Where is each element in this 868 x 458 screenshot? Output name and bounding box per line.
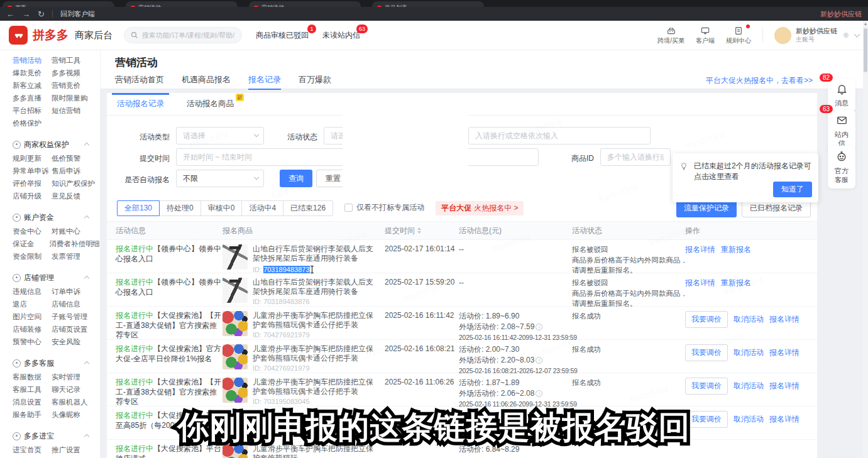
sidebar-item-店铺装修[interactable]: 店铺装修 <box>13 325 52 334</box>
back-icon[interactable]: ← <box>6 10 14 18</box>
sidebar-item-知识产权保护[interactable]: 知识产权保护 <box>52 179 95 188</box>
got-it-button[interactable]: 知道了 <box>773 182 812 197</box>
sidebar-item-客服工具[interactable]: 客服工具 <box>13 385 52 395</box>
quick-link-phone[interactable]: 跨境/买菜 <box>657 26 684 45</box>
info-icon[interactable]: i <box>536 390 542 397</box>
sidebar-item-店铺升级[interactable]: 店铺升级 <box>13 192 52 201</box>
action-取消活动[interactable]: 取消活动 <box>733 347 764 358</box>
product-id-value[interactable]: 703195083045 <box>263 398 309 405</box>
quick-link-document[interactable]: 规则中心 <box>726 26 751 45</box>
sidebar-item-对账中心[interactable]: 对账中心 <box>52 227 80 236</box>
sidebar-section-多多进宝[interactable]: 多多进宝 <box>13 428 100 444</box>
sidebar-item-订单申诉[interactable]: 订单申诉 <box>52 287 80 297</box>
action-我要调价[interactable]: 我要调价 <box>685 411 728 428</box>
sidebar-section-店铺管理[interactable]: 店铺管理 <box>13 270 100 285</box>
sidebar-section-账户资金[interactable]: 账户资金 <box>13 210 100 225</box>
search-input[interactable] <box>142 31 235 39</box>
sidebar-item-客服数据[interactable]: 客服数据 <box>13 373 52 382</box>
scroll-up-icon[interactable]: ▲ <box>863 21 868 27</box>
scrollbar-thumb[interactable] <box>864 28 867 72</box>
sidebar-item-保证金[interactable]: 保证金 <box>13 239 50 249</box>
browser-profile-label[interactable]: 新妙妙供应链 <box>820 9 862 19</box>
bookmark-link[interactable]: 回到客户端 <box>60 9 95 19</box>
filter-chip-审核中0[interactable]: 审核中0 <box>201 200 243 216</box>
sidebar-section-多多客服[interactable]: 多多客服 <box>13 356 100 371</box>
product-id-input[interactable] <box>600 148 671 166</box>
info-icon[interactable]: i <box>536 324 542 330</box>
sidebar-item-规则更新[interactable]: 规则更新 <box>13 154 52 163</box>
action-报名详情[interactable]: 报名详情 <box>769 347 799 358</box>
action-报名详情[interactable]: 报名详情 <box>769 414 799 425</box>
browser-tab[interactable]: 营销活动 <box>249 1 361 7</box>
pinduoduo-logo-icon[interactable]: ♥♥ <box>9 26 28 45</box>
product-image[interactable] <box>222 344 248 369</box>
sidebar-item-低价预警[interactable]: 低价预警 <box>52 154 80 163</box>
filter-chip-待处理0[interactable]: 待处理0 <box>159 200 201 216</box>
sidebar-item-图片空间[interactable]: 图片空间 <box>13 312 52 322</box>
query-button[interactable]: 查询 <box>280 170 312 187</box>
tab-机遇商品报名[interactable]: 机遇商品报名 <box>182 74 231 90</box>
sidebar-item-资金限制[interactable]: 资金限制 <box>13 252 52 261</box>
action-重新报名[interactable]: 重新报名 <box>721 278 751 288</box>
collapse-caret-icon[interactable] <box>84 361 89 366</box>
sidebar-item-进宝首页[interactable]: 进宝首页 <box>13 445 52 455</box>
sidebar-item-意见反馈[interactable]: 意见反馈 <box>52 192 80 201</box>
global-search[interactable] <box>124 27 242 43</box>
action-报名详情[interactable]: 报名详情 <box>769 314 799 325</box>
sort-icon[interactable] <box>417 227 421 234</box>
sidebar-item-评价举报[interactable]: 评价举报 <box>13 179 52 188</box>
sidebar-item-多多视频[interactable]: 多多视频 <box>52 68 80 78</box>
sidebar-item-违规信息[interactable]: 违规信息 <box>13 287 52 297</box>
product-image[interactable] <box>222 278 248 303</box>
sidebar-item-多多直播[interactable]: 多多直播 <box>13 94 52 103</box>
action-取消活动[interactable]: 取消活动 <box>733 414 764 425</box>
rail-card-官方客服[interactable]: 官方客服 <box>828 146 855 188</box>
sidebar-item-客服机器人[interactable]: 客服机器人 <box>52 398 88 407</box>
unread-inbox-link[interactable]: 未读站内信63 <box>322 30 360 41</box>
action-重新报名[interactable]: 重新报名 <box>721 244 751 255</box>
product-id-value[interactable]: 703189483873 <box>263 266 309 273</box>
tab-百万爆款[interactable]: 百万爆款 <box>299 74 331 90</box>
sidebar-item-异常单申诉[interactable]: 异常单申诉 <box>13 166 52 176</box>
sidebar-item-头像昵称[interactable]: 头像昵称 <box>52 410 80 420</box>
sidebar-item-发票管理[interactable]: 发票管理 <box>52 252 80 261</box>
forward-icon[interactable]: → <box>22 10 30 18</box>
tab-营销活动首页[interactable]: 营销活动首页 <box>115 74 164 90</box>
platform-promo-badge[interactable]: 平台大促火热报名中 > <box>436 201 524 215</box>
sidebar-item-店铺页设置[interactable]: 店铺页设置 <box>52 325 88 334</box>
sidebar-item-营销工具[interactable]: 营销工具 <box>52 56 80 65</box>
product-id-value[interactable]: 704276921979 <box>263 364 309 372</box>
quick-link-monitor[interactable]: 客户端 <box>696 26 715 45</box>
product-id-value[interactable]: 704276921979 <box>263 331 309 339</box>
tab-报名记录[interactable]: 报名记录 <box>248 74 281 90</box>
page-scrollbar[interactable]: ▲ <box>863 21 868 458</box>
info-icon[interactable]: i <box>536 357 542 364</box>
product-image[interactable] <box>222 311 248 336</box>
filter-chip-全部130[interactable]: 全部130 <box>117 200 160 216</box>
action-我要调价[interactable]: 我要调价 <box>685 378 728 395</box>
browser-tab[interactable]: 首页 <box>3 1 114 7</box>
auto-signup-select[interactable]: 不限 <box>176 170 264 187</box>
product-review-rejected-link[interactable]: 商品审核已驳回1 <box>256 30 309 41</box>
sidebar-item-消息设置[interactable]: 消息设置 <box>13 398 52 407</box>
filter-chip-已结束126[interactable]: 已结束126 <box>283 200 333 216</box>
browser-tab[interactable]: 商品列表 <box>372 1 484 7</box>
sidebar-item-实时管理[interactable]: 实时管理 <box>52 373 80 382</box>
activity-id-input[interactable] <box>468 127 651 144</box>
action-我要调价[interactable]: 我要调价 <box>685 311 728 328</box>
account-menu[interactable]: 新妙妙供应链 主账号 <box>774 27 859 44</box>
browser-tab[interactable]: 营销活动 <box>126 1 238 7</box>
sidebar-item-消费者补偿明细[interactable]: 消费者补偿明细 <box>50 239 101 249</box>
action-取消活动[interactable]: 取消活动 <box>733 314 764 325</box>
sidebar-item-平台招标[interactable]: 平台招标 <box>13 106 52 116</box>
refresh-icon[interactable]: ↻ <box>38 10 45 18</box>
product-image[interactable] <box>222 378 248 403</box>
special-activity-checkbox[interactable]: 仅看不打标专属活动 <box>344 202 424 213</box>
sidebar-item-营销活动[interactable]: 营销活动 <box>13 56 52 65</box>
sidebar-item-价格保护[interactable]: 价格保护 <box>13 119 41 128</box>
activity-type-select[interactable]: 请选择 <box>176 127 264 144</box>
action-报名详情[interactable]: 报名详情 <box>685 244 715 255</box>
sidebar-item-聊天记录[interactable]: 聊天记录 <box>52 385 80 395</box>
product-image[interactable] <box>222 244 248 270</box>
sidebar-item-服务助手[interactable]: 服务助手 <box>13 410 52 420</box>
